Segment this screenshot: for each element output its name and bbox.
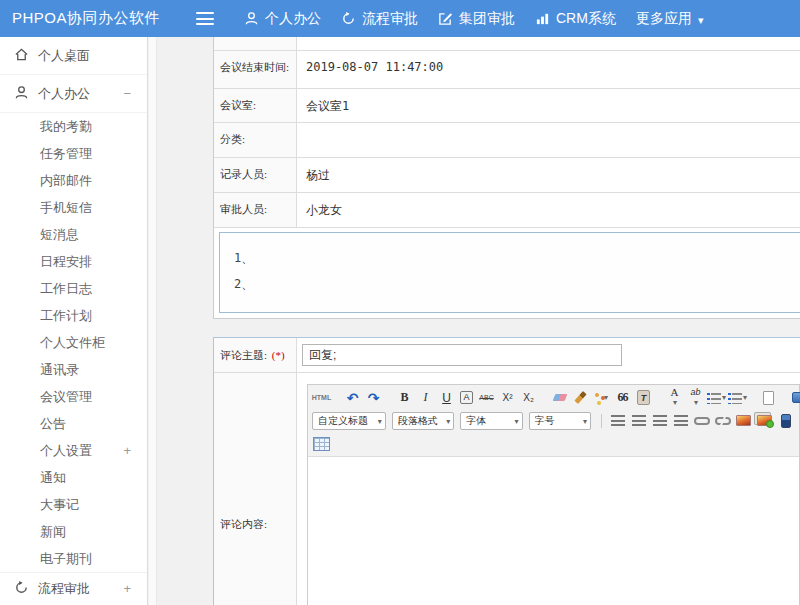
field-value: 2019-08-07 11:47:00 <box>297 51 800 88</box>
unordered-list-icon[interactable] <box>728 388 747 407</box>
sidebar-item-sms[interactable]: 手机短信 <box>0 194 147 221</box>
auto-typeset-icon[interactable] <box>592 388 611 407</box>
highlight-color-button[interactable]: ab <box>686 388 705 407</box>
nav-more-apps[interactable]: 更多应用 <box>636 10 704 28</box>
editor-content-area[interactable] <box>308 457 799 605</box>
italic-button[interactable]: I <box>416 388 435 407</box>
comment-subject-input[interactable] <box>302 344 622 366</box>
paste-plain-text-icon[interactable] <box>634 388 653 407</box>
meeting-detail-table: 会议结束时间: 2019-08-07 11:47:00 会议室: 会议室1 分类… <box>213 37 800 319</box>
field-value: 杨过 <box>297 158 800 192</box>
align-right-icon[interactable] <box>650 411 669 430</box>
sidebar: 个人桌面 个人办公 − 我的考勤 任务管理 内部邮件 手机短信 短消息 日程安排… <box>0 37 148 605</box>
comment-subject-label: 评论主题: (*) <box>214 338 297 372</box>
superscript-button[interactable]: X² <box>498 388 517 407</box>
top-header: PHPOA协同办公软件 个人办公 流程审批 集团审批 CRM系统 <box>0 0 800 37</box>
sidebar-item-personal-files[interactable]: 个人文件柜 <box>0 329 147 356</box>
sidebar-item-news[interactable]: 新闻 <box>0 518 147 545</box>
edit-icon <box>438 11 453 26</box>
sidebar-item-work-plan[interactable]: 工作计划 <box>0 302 147 329</box>
expand-icon[interactable]: + <box>123 443 131 458</box>
table-row-end-time: 会议结束时间: 2019-08-07 11:47:00 <box>214 50 800 88</box>
comment-content-row: 评论内容: HTML ↶ ↷ B I U A <box>214 373 800 605</box>
insert-table-icon[interactable] <box>312 434 331 453</box>
sidebar-item-notice[interactable]: 通知 <box>0 464 147 491</box>
table-row <box>214 37 800 50</box>
font-size-select[interactable]: 字号 <box>529 412 591 430</box>
nav-workflow-approval[interactable]: 流程审批 <box>341 10 418 28</box>
strikethrough-button[interactable]: ABC <box>477 388 496 407</box>
sidebar-item-personal-office[interactable]: 个人办公 − <box>0 75 147 113</box>
sidebar-item-personal-settings[interactable]: 个人设置 + <box>0 437 147 464</box>
underline-button[interactable]: U <box>437 388 456 407</box>
hamburger-menu-icon[interactable] <box>196 12 214 25</box>
format-brush-icon[interactable] <box>571 388 590 407</box>
table-row-approver: 审批人员: 小龙女 <box>214 192 800 227</box>
multi-image-upload-icon[interactable] <box>755 411 774 430</box>
insert-link-icon[interactable] <box>692 411 711 430</box>
new-page-icon[interactable] <box>759 388 778 407</box>
nav-crm-system[interactable]: CRM系统 <box>535 10 616 28</box>
field-value: 小龙女 <box>297 193 800 227</box>
subscript-button[interactable]: X₂ <box>519 388 538 407</box>
sidebar-item-personal-desktop[interactable]: 个人桌面 <box>0 37 147 75</box>
sidebar-item-task-management[interactable]: 任务管理 <box>0 140 147 167</box>
expand-icon[interactable]: + <box>123 581 131 596</box>
field-label: 分类: <box>214 123 297 157</box>
ordered-list-icon[interactable] <box>707 388 726 407</box>
align-justify-icon[interactable] <box>671 411 690 430</box>
sidebar-item-short-message[interactable]: 短消息 <box>0 221 147 248</box>
fullscreen-icon[interactable] <box>790 388 800 407</box>
chevron-down-icon <box>377 415 382 426</box>
sidebar-item-memorabilia[interactable]: 大事记 <box>0 491 147 518</box>
insert-media-icon[interactable] <box>776 411 795 430</box>
sidebar-item-announcement[interactable]: 公告 <box>0 410 147 437</box>
table-row-recorder: 记录人员: 杨过 <box>214 157 800 192</box>
field-label: 审批人员: <box>214 193 297 227</box>
person-icon <box>244 11 259 26</box>
required-mark: (*) <box>272 349 285 361</box>
field-label: 记录人员: <box>214 158 297 192</box>
sidebar-item-my-attendance[interactable]: 我的考勤 <box>0 113 147 140</box>
sidebar-item-schedule[interactable]: 日程安排 <box>0 248 147 275</box>
comment-form-table: 评论主题: (*) 评论内容: HTML ↶ ↷ <box>213 337 800 605</box>
sidebar-item-work-log[interactable]: 工作日志 <box>0 275 147 302</box>
sidebar-item-workflow-approval[interactable]: 流程审批 + <box>0 572 147 604</box>
bold-button[interactable]: B <box>395 388 414 407</box>
redo-icon[interactable]: ↷ <box>364 388 383 407</box>
content-gutter <box>149 37 157 605</box>
remove-link-icon[interactable] <box>713 411 732 430</box>
font-color-button[interactable]: A <box>665 388 684 407</box>
toolbar-row-1: HTML ↶ ↷ B I U A ABC X² X₂ <box>312 386 795 409</box>
undo-icon[interactable]: ↶ <box>343 388 362 407</box>
eraser-icon[interactable] <box>550 388 569 407</box>
insert-image-icon[interactable] <box>734 411 753 430</box>
sidebar-item-internal-mail[interactable]: 内部邮件 <box>0 167 147 194</box>
heading-select[interactable]: 自定义标题 <box>312 412 386 430</box>
app-logo: PHPOA协同办公软件 <box>0 9 178 28</box>
sidebar-item-contacts[interactable]: 通讯录 <box>0 356 147 383</box>
person-icon <box>14 85 29 103</box>
toolbar-row-2: 自定义标题 段落格式 字体 字号 <box>312 409 795 432</box>
cycle-icon <box>341 11 356 26</box>
nav-personal-office[interactable]: 个人办公 <box>244 10 321 28</box>
html-source-button[interactable]: HTML <box>312 388 331 407</box>
sidebar-item-e-journal[interactable]: 电子期刊 <box>0 545 147 572</box>
nav-group-approval[interactable]: 集团审批 <box>438 10 515 28</box>
align-center-icon[interactable] <box>629 411 648 430</box>
editor-toolbar: HTML ↶ ↷ B I U A ABC X² X₂ <box>308 385 799 457</box>
collapse-icon[interactable]: − <box>123 86 131 101</box>
comment-subject-row: 评论主题: (*) <box>214 338 800 373</box>
blockquote-icon[interactable]: 66 <box>613 388 632 407</box>
bar-chart-icon <box>535 11 550 26</box>
font-family-select[interactable]: 字体 <box>460 412 522 430</box>
align-left-icon[interactable] <box>608 411 627 430</box>
chevron-down-icon <box>582 415 587 426</box>
chevron-down-icon <box>514 415 519 426</box>
content-line: 1、 <box>234 245 800 271</box>
sidebar-item-meeting-management[interactable]: 会议管理 <box>0 383 147 410</box>
meeting-content-cell: 1、 2、 <box>214 227 800 318</box>
paragraph-format-select[interactable]: 段落格式 <box>392 412 454 430</box>
border-text-button[interactable]: A <box>460 391 473 404</box>
main-content: 会议结束时间: 2019-08-07 11:47:00 会议室: 会议室1 分类… <box>149 37 800 605</box>
